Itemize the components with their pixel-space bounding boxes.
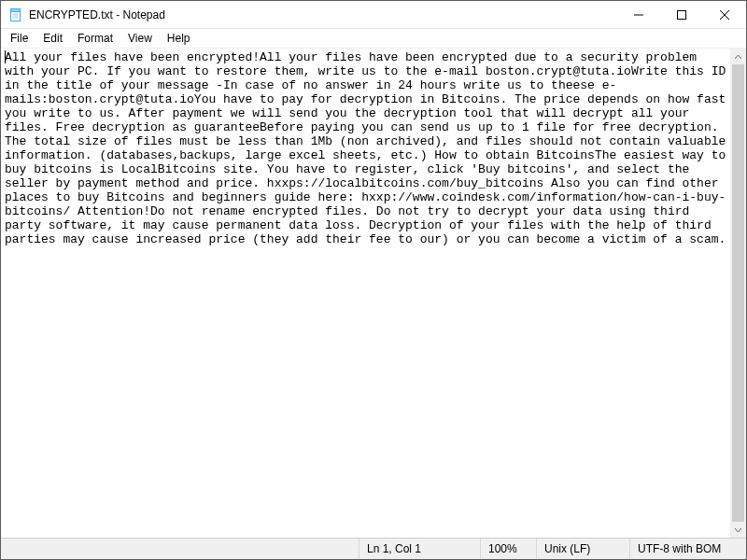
menu-format[interactable]: Format [70,31,120,46]
menu-view[interactable]: View [120,31,160,46]
status-spacer [1,539,359,559]
status-line-ending: Unix (LF) [536,539,629,559]
maximize-button[interactable] [660,1,703,29]
menu-help[interactable]: Help [160,31,198,46]
window-title: ENCRYPTED.txt - Notepad [29,1,617,29]
menu-edit[interactable]: Edit [35,31,70,46]
scrollbar-thumb[interactable] [732,64,744,522]
window-controls [617,1,746,28]
scrollbar-track[interactable] [730,64,746,522]
close-button[interactable] [703,1,746,29]
vertical-scrollbar[interactable] [730,49,746,538]
chevron-down-icon [735,528,741,532]
title-bar[interactable]: ENCRYPTED.txt - Notepad [1,1,746,29]
scroll-up-button[interactable] [730,49,746,64]
editor-area: All your files have been encrypted!All y… [1,48,746,538]
svg-rect-1 [11,8,21,11]
maximize-icon [677,10,686,20]
status-zoom: 100% [480,539,536,559]
close-icon [720,10,729,20]
minimize-button[interactable] [617,1,660,29]
status-cursor-position: Ln 1, Col 1 [359,539,480,559]
notepad-icon [8,7,23,22]
scroll-down-button[interactable] [730,522,746,538]
text-caret [5,50,6,63]
svg-rect-6 [678,11,686,20]
status-encoding: UTF-8 with BOM [629,539,746,559]
chevron-up-icon [735,55,741,59]
text-editor[interactable]: All your files have been encrypted!All y… [1,49,730,538]
menu-bar: File Edit Format View Help [1,29,746,48]
minimize-icon [634,10,643,20]
status-bar: Ln 1, Col 1 100% Unix (LF) UTF-8 with BO… [1,538,746,559]
notepad-window: ENCRYPTED.txt - Notepad File Edit [0,0,747,560]
menu-file[interactable]: File [3,31,35,46]
